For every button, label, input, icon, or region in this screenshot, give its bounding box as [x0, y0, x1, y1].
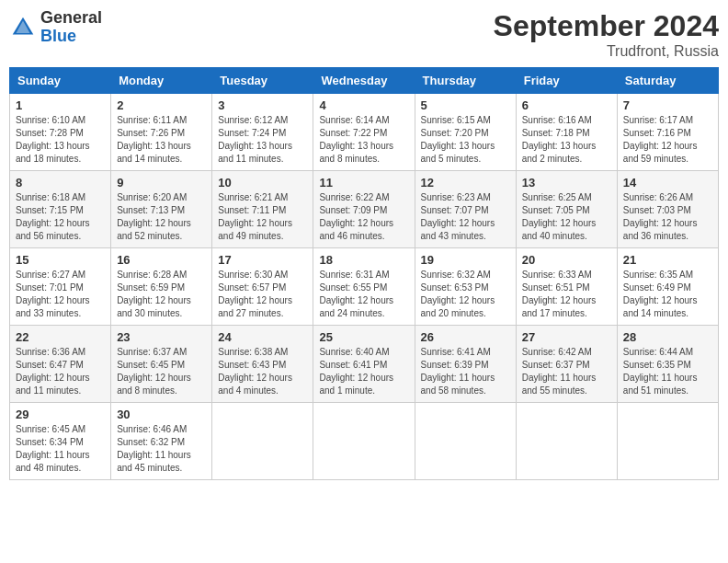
- day-info: Sunrise: 6:11 AMSunset: 7:26 PMDaylight:…: [117, 114, 206, 166]
- day-number: 21: [623, 253, 712, 267]
- day-number: 22: [16, 330, 105, 344]
- calendar-header-sunday: Sunday: [10, 68, 111, 94]
- calendar-week-4: 22Sunrise: 6:36 AMSunset: 6:47 PMDayligh…: [10, 326, 719, 403]
- day-info: Sunrise: 6:38 AMSunset: 6:43 PMDaylight:…: [218, 346, 307, 397]
- calendar-cell: 12Sunrise: 6:23 AMSunset: 7:07 PMDayligh…: [415, 171, 516, 248]
- calendar-cell: 27Sunrise: 6:42 AMSunset: 6:37 PMDayligh…: [516, 326, 617, 403]
- day-number: 26: [421, 330, 510, 344]
- calendar-cell: [313, 403, 415, 480]
- day-info: Sunrise: 6:35 AMSunset: 6:49 PMDaylight:…: [623, 269, 712, 320]
- calendar-header-monday: Monday: [111, 68, 212, 94]
- day-number: 23: [117, 330, 206, 344]
- day-info: Sunrise: 6:44 AMSunset: 6:35 PMDaylight:…: [623, 346, 712, 397]
- calendar-week-3: 15Sunrise: 6:27 AMSunset: 7:01 PMDayligh…: [10, 248, 719, 326]
- location-subtitle: Trudfront, Russia: [494, 43, 719, 60]
- calendar-cell: 19Sunrise: 6:32 AMSunset: 6:53 PMDayligh…: [415, 248, 516, 326]
- day-info: Sunrise: 6:36 AMSunset: 6:47 PMDaylight:…: [16, 346, 105, 397]
- day-number: 27: [522, 330, 611, 344]
- day-number: 18: [319, 253, 408, 267]
- day-info: Sunrise: 6:37 AMSunset: 6:45 PMDaylight:…: [117, 346, 206, 397]
- day-number: 12: [421, 176, 510, 190]
- day-info: Sunrise: 6:33 AMSunset: 6:51 PMDaylight:…: [522, 269, 611, 320]
- calendar-cell: 13Sunrise: 6:25 AMSunset: 7:05 PMDayligh…: [516, 171, 617, 248]
- calendar-cell: [415, 403, 516, 480]
- day-info: Sunrise: 6:10 AMSunset: 7:28 PMDaylight:…: [16, 114, 105, 166]
- day-info: Sunrise: 6:40 AMSunset: 6:41 PMDaylight:…: [319, 346, 408, 397]
- day-number: 16: [117, 253, 206, 267]
- day-info: Sunrise: 6:32 AMSunset: 6:53 PMDaylight:…: [421, 269, 510, 320]
- calendar-cell: 25Sunrise: 6:40 AMSunset: 6:41 PMDayligh…: [313, 326, 415, 403]
- day-info: Sunrise: 6:26 AMSunset: 7:03 PMDaylight:…: [623, 191, 712, 243]
- calendar-cell: 24Sunrise: 6:38 AMSunset: 6:43 PMDayligh…: [212, 326, 313, 403]
- calendar-cell: 21Sunrise: 6:35 AMSunset: 6:49 PMDayligh…: [617, 248, 718, 326]
- day-number: 11: [319, 176, 408, 190]
- day-number: 15: [16, 253, 105, 267]
- calendar-cell: 1Sunrise: 6:10 AMSunset: 7:28 PMDaylight…: [10, 94, 111, 171]
- day-number: 3: [218, 98, 307, 112]
- logo-icon: [9, 14, 37, 41]
- calendar-cell: 30Sunrise: 6:46 AMSunset: 6:32 PMDayligh…: [111, 403, 212, 480]
- day-number: 17: [218, 253, 307, 267]
- calendar-header-wednesday: Wednesday: [313, 68, 415, 94]
- day-number: 6: [522, 98, 611, 112]
- day-info: Sunrise: 6:30 AMSunset: 6:57 PMDaylight:…: [218, 269, 307, 320]
- calendar-header-row: SundayMondayTuesdayWednesdayThursdayFrid…: [10, 68, 719, 94]
- calendar-cell: 23Sunrise: 6:37 AMSunset: 6:45 PMDayligh…: [111, 326, 212, 403]
- logo-general-text: General: [40, 9, 102, 28]
- calendar-cell: 22Sunrise: 6:36 AMSunset: 6:47 PMDayligh…: [10, 326, 111, 403]
- day-number: 24: [218, 330, 307, 344]
- day-info: Sunrise: 6:41 AMSunset: 6:39 PMDaylight:…: [421, 346, 510, 397]
- day-number: 8: [16, 176, 105, 190]
- day-number: 1: [16, 98, 105, 112]
- calendar-table: SundayMondayTuesdayWednesdayThursdayFrid…: [9, 67, 719, 480]
- day-number: 28: [623, 330, 712, 344]
- calendar-cell: 8Sunrise: 6:18 AMSunset: 7:15 PMDaylight…: [10, 171, 111, 248]
- day-info: Sunrise: 6:15 AMSunset: 7:20 PMDaylight:…: [421, 114, 510, 166]
- day-info: Sunrise: 6:31 AMSunset: 6:55 PMDaylight:…: [319, 269, 408, 320]
- calendar-cell: 18Sunrise: 6:31 AMSunset: 6:55 PMDayligh…: [313, 248, 415, 326]
- calendar-cell: 11Sunrise: 6:22 AMSunset: 7:09 PMDayligh…: [313, 171, 415, 248]
- day-number: 13: [522, 176, 611, 190]
- calendar-cell: 16Sunrise: 6:28 AMSunset: 6:59 PMDayligh…: [111, 248, 212, 326]
- calendar-cell: 3Sunrise: 6:12 AMSunset: 7:24 PMDaylight…: [212, 94, 313, 171]
- calendar-header-tuesday: Tuesday: [212, 68, 313, 94]
- calendar-cell: 28Sunrise: 6:44 AMSunset: 6:35 PMDayligh…: [617, 326, 718, 403]
- month-year-title: September 2024: [494, 9, 719, 43]
- day-number: 4: [319, 98, 408, 112]
- day-info: Sunrise: 6:42 AMSunset: 6:37 PMDaylight:…: [522, 346, 611, 397]
- calendar-header-thursday: Thursday: [415, 68, 516, 94]
- day-number: 29: [16, 408, 105, 421]
- calendar-cell: 20Sunrise: 6:33 AMSunset: 6:51 PMDayligh…: [516, 248, 617, 326]
- day-info: Sunrise: 6:22 AMSunset: 7:09 PMDaylight:…: [319, 191, 408, 243]
- day-info: Sunrise: 6:23 AMSunset: 7:07 PMDaylight:…: [421, 191, 510, 243]
- calendar-cell: 2Sunrise: 6:11 AMSunset: 7:26 PMDaylight…: [111, 94, 212, 171]
- day-number: 9: [117, 176, 206, 190]
- calendar-cell: [516, 403, 617, 480]
- day-number: 7: [623, 98, 712, 112]
- day-info: Sunrise: 6:46 AMSunset: 6:32 PMDaylight:…: [117, 423, 206, 475]
- day-number: 5: [421, 98, 510, 112]
- day-number: 2: [117, 98, 206, 112]
- calendar-cell: 17Sunrise: 6:30 AMSunset: 6:57 PMDayligh…: [212, 248, 313, 326]
- calendar-cell: 29Sunrise: 6:45 AMSunset: 6:34 PMDayligh…: [10, 403, 111, 480]
- day-info: Sunrise: 6:21 AMSunset: 7:11 PMDaylight:…: [218, 191, 307, 243]
- calendar-header-saturday: Saturday: [617, 68, 718, 94]
- page-header: General Blue September 2024 Trudfront, R…: [9, 9, 719, 60]
- day-info: Sunrise: 6:25 AMSunset: 7:05 PMDaylight:…: [522, 191, 611, 243]
- title-area: September 2024 Trudfront, Russia: [494, 9, 719, 60]
- day-info: Sunrise: 6:18 AMSunset: 7:15 PMDaylight:…: [16, 191, 105, 243]
- day-number: 25: [319, 330, 408, 344]
- calendar-cell: 15Sunrise: 6:27 AMSunset: 7:01 PMDayligh…: [10, 248, 111, 326]
- calendar-week-2: 8Sunrise: 6:18 AMSunset: 7:15 PMDaylight…: [10, 171, 719, 248]
- calendar-cell: 9Sunrise: 6:20 AMSunset: 7:13 PMDaylight…: [111, 171, 212, 248]
- day-info: Sunrise: 6:17 AMSunset: 7:16 PMDaylight:…: [623, 114, 712, 166]
- day-number: 20: [522, 253, 611, 267]
- day-number: 30: [117, 408, 206, 421]
- calendar-cell: 5Sunrise: 6:15 AMSunset: 7:20 PMDaylight…: [415, 94, 516, 171]
- calendar-cell: 10Sunrise: 6:21 AMSunset: 7:11 PMDayligh…: [212, 171, 313, 248]
- calendar-week-1: 1Sunrise: 6:10 AMSunset: 7:28 PMDaylight…: [10, 94, 719, 171]
- calendar-cell: 6Sunrise: 6:16 AMSunset: 7:18 PMDaylight…: [516, 94, 617, 171]
- calendar-cell: [212, 403, 313, 480]
- day-number: 14: [623, 176, 712, 190]
- day-info: Sunrise: 6:20 AMSunset: 7:13 PMDaylight:…: [117, 191, 206, 243]
